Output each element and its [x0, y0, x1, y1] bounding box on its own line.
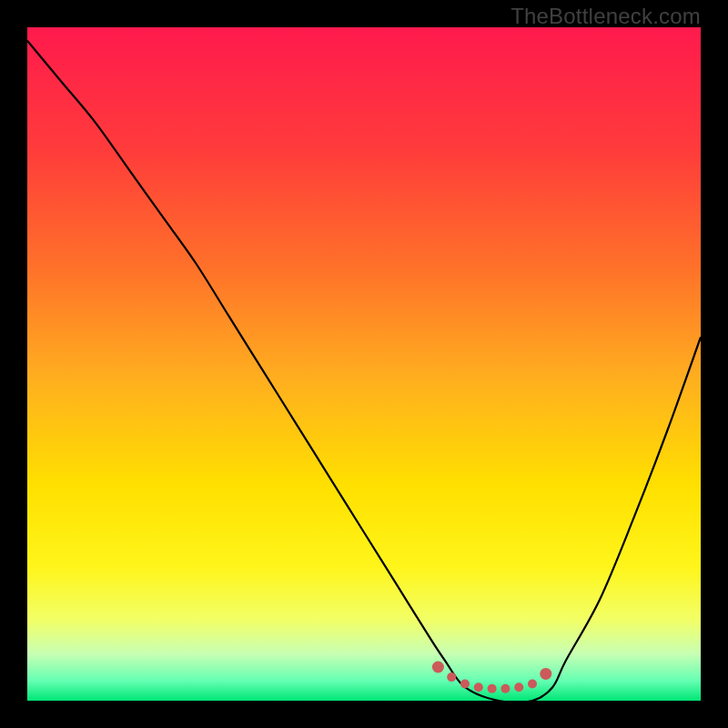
optimal-marker: [540, 668, 551, 680]
curve-path: [27, 41, 701, 701]
optimal-marker: [460, 680, 470, 689]
bottleneck-curve: [27, 27, 701, 701]
optimal-marker: [474, 682, 483, 692]
chart-frame: TheBottleneck.com: [0, 0, 728, 728]
plot-area: [27, 27, 701, 701]
optimal-marker: [528, 680, 537, 689]
optimal-marker: [432, 662, 444, 673]
optimal-range-markers: [432, 662, 551, 693]
optimal-marker: [447, 672, 456, 682]
optimal-marker: [514, 682, 523, 692]
watermark-text: TheBottleneck.com: [511, 4, 701, 29]
optimal-marker: [500, 684, 510, 693]
optimal-marker: [488, 684, 497, 693]
